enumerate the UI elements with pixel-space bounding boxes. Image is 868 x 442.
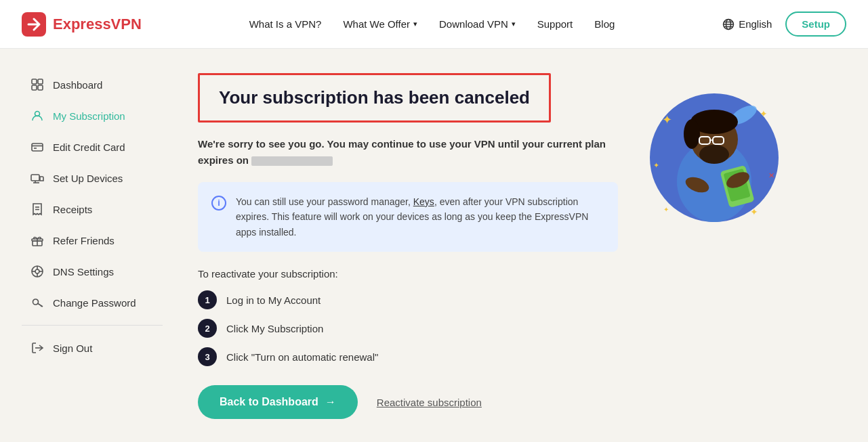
sidebar-label-set-up-devices: Set Up Devices [53,173,123,184]
nav-what-is-vpn[interactable]: What Is a VPN? [249,18,322,30]
chevron-down-icon: ▾ [413,20,417,28]
svg-rect-6 [32,79,37,84]
sidebar-label-my-subscription: My Subscription [53,110,125,122]
sidebar-item-edit-credit-card[interactable]: Edit Credit Card [22,133,176,161]
svg-rect-8 [32,85,37,90]
subtitle-text: We're sorry to see you go. You may conti… [198,136,618,169]
sidebar-divider [22,325,163,326]
keys-link[interactable]: Keys [413,196,434,207]
sidebar-label-sign-out: Sign Out [53,342,92,354]
devices-icon [30,171,45,185]
nav-download-vpn[interactable]: Download VPN ▾ [439,18,516,30]
svg-point-42 [699,145,729,164]
sign-out-icon [30,340,45,355]
language-label: English [739,18,772,30]
step-1-number: 1 [198,290,217,309]
nav-support[interactable]: Support [537,18,573,30]
action-buttons: Back to Dashboard → Reactivate subscript… [198,385,618,419]
sidebar-label-dns-settings: DNS Settings [53,266,114,278]
sidebar: Dashboard My Subscription Edit Credit Ca… [0,49,176,442]
step-2-text: Click My Subscription [226,323,323,334]
svg-point-41 [684,119,700,149]
receipt-icon [30,202,45,217]
user-icon [30,108,45,123]
sidebar-item-refer-friends[interactable]: Refer Friends [22,226,176,255]
header: ExpressVPN What Is a VPN? What We Offer … [0,0,868,49]
sidebar-item-dashboard[interactable]: Dashboard [22,70,176,99]
svg-rect-11 [32,143,43,151]
sidebar-label-edit-credit-card: Edit Credit Card [53,141,125,153]
svg-text:✦: ✦ [653,161,659,169]
cancellation-content: Your subscription has been canceled We'r… [198,73,618,420]
reactivate-label: To reactivate your subscription: [198,268,618,280]
cancel-title: Your subscription has been canceled [198,73,551,123]
sidebar-label-refer-friends: Refer Friends [53,235,115,246]
arrow-right-icon: → [325,396,336,408]
dns-icon [30,264,45,279]
sidebar-label-receipts: Receipts [53,204,92,215]
language-selector[interactable]: English [722,18,772,30]
nav-what-we-offer[interactable]: What We Offer ▾ [343,18,417,30]
expressvpn-logo-icon [22,12,46,37]
svg-point-23 [35,269,39,273]
svg-text:✕: ✕ [768,171,774,179]
sidebar-item-set-up-devices[interactable]: Set Up Devices [22,164,176,192]
sidebar-item-receipts[interactable]: Receipts [22,195,176,223]
svg-rect-7 [38,79,43,84]
svg-rect-14 [31,175,39,181]
sidebar-item-sign-out[interactable]: Sign Out [22,334,176,362]
steps-list: 1 Log in to My Account 2 Click My Subscr… [198,290,618,366]
svg-text:✦: ✦ [663,206,669,213]
sidebar-item-my-subscription[interactable]: My Subscription [22,102,176,130]
credit-card-icon [30,139,45,154]
info-box: i You can still use your password manage… [198,182,618,252]
logo[interactable]: ExpressVPN [22,12,142,37]
person-illustration: ✦ ✦ ✦ ✕ ✦ ✦ [643,80,785,242]
globe-icon [722,18,735,30]
info-box-text: You can still use your password manager,… [236,194,604,240]
step-2: 2 Click My Subscription [198,319,618,338]
chevron-down-icon: ▾ [512,20,516,28]
step-1-text: Log in to My Account [226,294,321,306]
expiry-date-redacted [251,156,333,166]
svg-text:✦: ✦ [750,206,758,217]
nav-blog[interactable]: Blog [594,18,615,30]
svg-text:✦: ✦ [662,113,672,127]
sidebar-item-dns-settings[interactable]: DNS Settings [22,257,176,286]
step-1: 1 Log in to My Account [198,290,618,309]
svg-rect-9 [38,85,43,90]
step-2-number: 2 [198,319,217,338]
page-layout: Dashboard My Subscription Edit Credit Ca… [0,49,868,442]
setup-button[interactable]: Setup [785,12,846,37]
gift-icon [30,233,45,248]
logo-text: ExpressVPN [53,16,142,33]
step-3: 3 Click "Turn on automatic renewal" [198,347,618,366]
svg-point-28 [33,299,39,305]
main-nav: What Is a VPN? What We Offer ▾ Download … [249,18,615,30]
illustration-area: ✦ ✦ ✦ ✕ ✦ ✦ [640,73,789,420]
reactivate-subscription-link[interactable]: Reactivate subscription [377,397,482,408]
sidebar-label-change-password: Change Password [53,297,136,309]
key-icon [30,295,45,310]
sidebar-item-change-password[interactable]: Change Password [22,288,176,317]
nav-actions: English Setup [722,12,846,37]
main-content: Your subscription has been canceled We'r… [176,49,868,442]
step-3-text: Click "Turn on automatic renewal" [226,351,378,363]
back-to-dashboard-button[interactable]: Back to Dashboard → [198,385,358,419]
sidebar-label-dashboard: Dashboard [53,79,102,91]
step-3-number: 3 [198,347,217,366]
svg-text:✦: ✦ [760,108,768,119]
grid-icon [30,77,45,92]
info-icon: i [211,196,226,211]
